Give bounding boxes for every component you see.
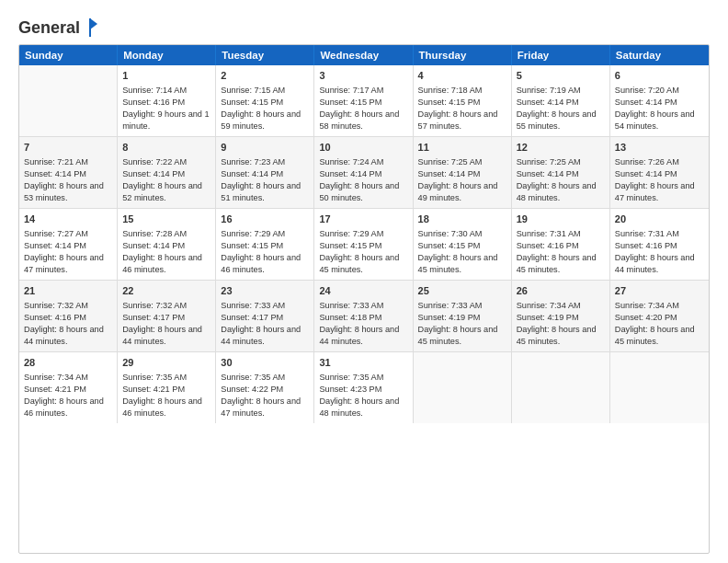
sunset-time: Sunset: 4:16 PM: [615, 240, 704, 252]
sunset-time: Sunset: 4:14 PM: [615, 168, 704, 180]
svg-rect-1: [89, 18, 91, 37]
calendar-day-30: 30Sunrise: 7:35 AMSunset: 4:22 PMDayligh…: [216, 352, 314, 424]
sunrise-time: Sunrise: 7:27 AM: [24, 228, 112, 240]
daylight-hours: Daylight: 8 hours and 46 minutes.: [122, 252, 210, 276]
logo: General: [18, 17, 99, 35]
sunrise-time: Sunrise: 7:19 AM: [517, 85, 605, 97]
sunset-time: Sunset: 4:14 PM: [24, 168, 112, 180]
day-number: 5: [517, 69, 605, 83]
sunrise-time: Sunrise: 7:20 AM: [615, 85, 704, 97]
daylight-hours: Daylight: 8 hours and 46 minutes.: [24, 396, 112, 419]
daylight-hours: Daylight: 8 hours and 49 minutes.: [418, 180, 506, 204]
sunset-time: Sunset: 4:15 PM: [319, 240, 407, 252]
header-day-saturday: Saturday: [610, 45, 709, 65]
calendar-day-14: 14Sunrise: 7:27 AMSunset: 4:14 PMDayligh…: [19, 209, 118, 280]
sunset-time: Sunset: 4:22 PM: [221, 384, 309, 396]
sunset-time: Sunset: 4:15 PM: [319, 97, 407, 109]
daylight-hours: Daylight: 8 hours and 50 minutes.: [319, 180, 407, 204]
calendar-empty-cell: [414, 352, 512, 424]
header-day-sunday: Sunday: [19, 45, 118, 65]
calendar-day-15: 15Sunrise: 7:28 AMSunset: 4:14 PMDayligh…: [118, 209, 216, 280]
sunset-time: Sunset: 4:16 PM: [517, 240, 605, 252]
day-number: 3: [319, 69, 407, 83]
calendar-day-11: 11Sunrise: 7:25 AMSunset: 4:14 PMDayligh…: [414, 137, 512, 208]
day-number: 28: [24, 356, 112, 370]
calendar-day-6: 6Sunrise: 7:20 AMSunset: 4:14 PMDaylight…: [610, 65, 709, 136]
sunset-time: Sunset: 4:14 PM: [122, 240, 210, 252]
sunset-time: Sunset: 4:14 PM: [221, 168, 309, 180]
daylight-hours: Daylight: 8 hours and 44 minutes.: [319, 324, 407, 348]
day-number: 23: [221, 284, 309, 298]
calendar-header-row: SundayMondayTuesdayWednesdayThursdayFrid…: [19, 45, 709, 65]
day-number: 7: [24, 141, 112, 155]
daylight-hours: Daylight: 8 hours and 44 minutes.: [221, 324, 309, 348]
sunset-time: Sunset: 4:16 PM: [122, 97, 210, 109]
calendar-day-17: 17Sunrise: 7:29 AMSunset: 4:15 PMDayligh…: [314, 209, 413, 280]
sunrise-time: Sunrise: 7:34 AM: [517, 300, 605, 312]
day-number: 11: [418, 141, 506, 155]
daylight-hours: Daylight: 8 hours and 57 minutes.: [418, 109, 506, 132]
sunrise-time: Sunrise: 7:34 AM: [24, 372, 112, 384]
daylight-hours: Daylight: 8 hours and 44 minutes.: [615, 252, 704, 276]
day-number: 18: [418, 213, 506, 226]
calendar-day-3: 3Sunrise: 7:17 AMSunset: 4:15 PMDaylight…: [314, 65, 413, 136]
calendar-day-31: 31Sunrise: 7:35 AMSunset: 4:23 PMDayligh…: [314, 352, 413, 424]
sunset-time: Sunset: 4:18 PM: [319, 312, 407, 324]
sunrise-time: Sunrise: 7:25 AM: [517, 156, 605, 168]
calendar-day-4: 4Sunrise: 7:18 AMSunset: 4:15 PMDaylight…: [414, 65, 512, 136]
daylight-hours: Daylight: 8 hours and 51 minutes.: [221, 180, 309, 204]
sunset-time: Sunset: 4:15 PM: [221, 240, 309, 252]
day-number: 6: [615, 69, 704, 83]
calendar-day-24: 24Sunrise: 7:33 AMSunset: 4:18 PMDayligh…: [314, 281, 413, 351]
sunrise-time: Sunrise: 7:15 AM: [221, 85, 309, 97]
header-day-thursday: Thursday: [414, 45, 512, 65]
sunrise-time: Sunrise: 7:25 AM: [418, 156, 506, 168]
calendar-day-12: 12Sunrise: 7:25 AMSunset: 4:14 PMDayligh…: [512, 137, 610, 208]
logo-flag-icon: [81, 17, 99, 39]
sunset-time: Sunset: 4:14 PM: [24, 240, 112, 252]
sunrise-time: Sunrise: 7:32 AM: [24, 300, 112, 312]
day-number: 26: [517, 284, 605, 298]
calendar-day-22: 22Sunrise: 7:32 AMSunset: 4:17 PMDayligh…: [118, 281, 216, 351]
header-day-tuesday: Tuesday: [216, 45, 314, 65]
calendar-day-9: 9Sunrise: 7:23 AMSunset: 4:14 PMDaylight…: [216, 137, 314, 208]
day-number: 16: [221, 213, 309, 226]
daylight-hours: Daylight: 8 hours and 45 minutes.: [517, 324, 605, 348]
daylight-hours: Daylight: 8 hours and 45 minutes.: [517, 252, 605, 276]
day-number: 22: [122, 284, 210, 298]
sunset-time: Sunset: 4:21 PM: [122, 384, 210, 396]
daylight-hours: Daylight: 8 hours and 45 minutes.: [615, 324, 704, 348]
daylight-hours: Daylight: 8 hours and 47 minutes.: [221, 396, 309, 419]
calendar-grid: SundayMondayTuesdayWednesdayThursdayFrid…: [18, 44, 710, 554]
daylight-hours: Daylight: 8 hours and 47 minutes.: [24, 252, 112, 276]
calendar-day-18: 18Sunrise: 7:30 AMSunset: 4:15 PMDayligh…: [414, 209, 512, 280]
calendar-page: General SundayMondayTuesdayWednesdayThur…: [0, 0, 728, 563]
daylight-hours: Daylight: 8 hours and 45 minutes.: [319, 252, 407, 276]
calendar-day-5: 5Sunrise: 7:19 AMSunset: 4:14 PMDaylight…: [512, 65, 610, 136]
calendar-day-10: 10Sunrise: 7:24 AMSunset: 4:14 PMDayligh…: [314, 137, 413, 208]
sunset-time: Sunset: 4:19 PM: [418, 312, 506, 324]
day-number: 30: [221, 356, 309, 370]
daylight-hours: Daylight: 8 hours and 48 minutes.: [319, 396, 407, 419]
sunset-time: Sunset: 4:14 PM: [517, 97, 605, 109]
sunset-time: Sunset: 4:19 PM: [517, 312, 605, 324]
sunset-time: Sunset: 4:14 PM: [517, 168, 605, 180]
calendar-week-4: 21Sunrise: 7:32 AMSunset: 4:16 PMDayligh…: [19, 281, 709, 352]
daylight-hours: Daylight: 8 hours and 44 minutes.: [24, 324, 112, 348]
sunset-time: Sunset: 4:16 PM: [24, 312, 112, 324]
daylight-hours: Daylight: 8 hours and 45 minutes.: [418, 252, 506, 276]
sunset-time: Sunset: 4:23 PM: [319, 384, 407, 396]
sunrise-time: Sunrise: 7:29 AM: [319, 228, 407, 240]
sunrise-time: Sunrise: 7:29 AM: [221, 228, 309, 240]
calendar-day-7: 7Sunrise: 7:21 AMSunset: 4:14 PMDaylight…: [19, 137, 118, 208]
sunrise-time: Sunrise: 7:35 AM: [221, 372, 309, 384]
daylight-hours: Daylight: 8 hours and 46 minutes.: [122, 396, 210, 419]
day-number: 24: [319, 284, 407, 298]
sunrise-time: Sunrise: 7:33 AM: [319, 300, 407, 312]
sunset-time: Sunset: 4:15 PM: [418, 240, 506, 252]
calendar-day-16: 16Sunrise: 7:29 AMSunset: 4:15 PMDayligh…: [216, 209, 314, 280]
sunset-time: Sunset: 4:14 PM: [122, 168, 210, 180]
calendar-day-8: 8Sunrise: 7:22 AMSunset: 4:14 PMDaylight…: [118, 137, 216, 208]
day-number: 17: [319, 213, 407, 226]
sunrise-time: Sunrise: 7:28 AM: [122, 228, 210, 240]
